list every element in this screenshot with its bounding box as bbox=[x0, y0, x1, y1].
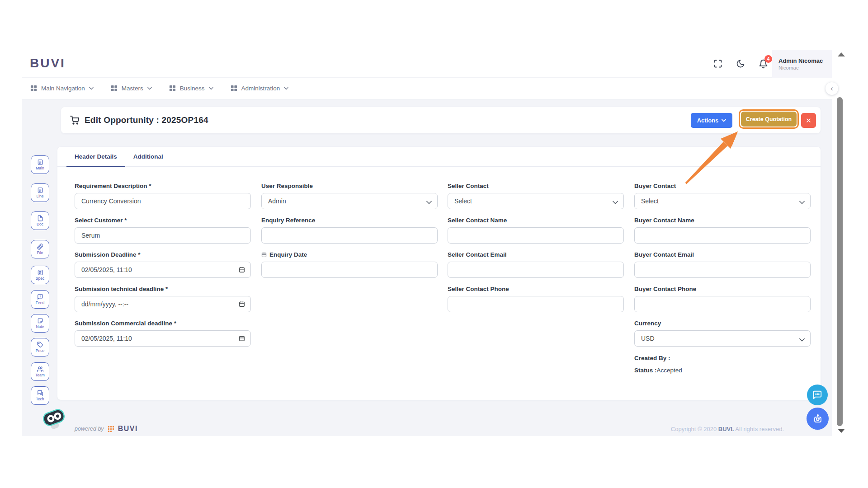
create-quotation-highlight: Create Quotation bbox=[739, 109, 799, 129]
user-org: Nicomac bbox=[778, 65, 832, 70]
cart-icon bbox=[70, 116, 79, 125]
seller-contact-phone-input[interactable] bbox=[448, 296, 624, 312]
requirement-description-input[interactable] bbox=[75, 193, 251, 209]
user-menu[interactable]: Admin Nicomac Nicomac bbox=[772, 50, 832, 78]
nav-item-main-navigation[interactable]: Main Navigation bbox=[30, 85, 94, 92]
form-column-2: User Responsible Admin Enquiry Reference… bbox=[261, 183, 438, 286]
rail-item-main[interactable]: Main bbox=[31, 155, 49, 174]
rail-item-team[interactable]: Team bbox=[31, 362, 49, 381]
currency-select[interactable]: USD bbox=[634, 330, 811, 347]
tabs-row: Header Details Additional bbox=[57, 147, 821, 167]
status-line: Status :Accepted bbox=[634, 367, 811, 374]
copyright: Copyright © 2020 BUVI. All rights reserv… bbox=[671, 426, 784, 432]
field-requirement-description: Requirement Description * bbox=[75, 183, 251, 209]
dark-mode-moon-icon[interactable] bbox=[735, 58, 746, 69]
header-icons: 4 bbox=[712, 50, 769, 78]
buyer-contact-name-input[interactable] bbox=[634, 227, 811, 244]
nav-item-label: Main Navigation bbox=[41, 85, 85, 92]
tab-additional[interactable]: Additional bbox=[125, 147, 171, 167]
chat-double-icon bbox=[37, 390, 43, 396]
rail-item-price[interactable]: Price bbox=[31, 338, 49, 357]
fullscreen-icon[interactable] bbox=[712, 58, 723, 69]
status-value: Accepted bbox=[657, 367, 682, 374]
tab-header-details[interactable]: Header Details bbox=[66, 147, 125, 167]
notifications-bell-icon[interactable]: 4 bbox=[758, 58, 769, 69]
field-submission-technical-deadline: Submission technical deadline * bbox=[75, 286, 251, 312]
nav-item-masters[interactable]: Masters bbox=[111, 85, 152, 92]
page-title: Edit Opportunity : 2025OP164 bbox=[85, 115, 208, 125]
field-enquiry-reference: Enquiry Reference bbox=[261, 217, 438, 244]
field-submission-deadline: Submission Deadline * bbox=[75, 251, 251, 278]
feedback-bubble-icon bbox=[37, 294, 43, 300]
seller-contact-email-input[interactable] bbox=[448, 262, 624, 278]
field-user-responsible: User Responsible Admin bbox=[261, 183, 438, 209]
user-name: Admin Nicomac bbox=[778, 57, 832, 64]
rail-item-doc[interactable]: Doc bbox=[31, 211, 49, 230]
rail-item-tech[interactable]: Tech bbox=[31, 386, 49, 405]
scrollbar-down-arrow[interactable] bbox=[838, 429, 845, 433]
nav-item-label: Administration bbox=[241, 85, 280, 92]
robot-assistant-fab-button[interactable] bbox=[807, 408, 829, 430]
enquiry-date-input[interactable] bbox=[261, 262, 438, 278]
chevron-down-icon bbox=[722, 119, 726, 122]
rail-item-note[interactable]: Note bbox=[31, 314, 49, 333]
field-seller-contact-email: Seller Contact Email bbox=[448, 251, 624, 278]
robot-mascot bbox=[41, 406, 67, 433]
paperclip-icon bbox=[37, 244, 43, 250]
rail-item-feed[interactable]: Feed bbox=[31, 290, 49, 309]
nav-item-label: Masters bbox=[122, 85, 143, 92]
sticky-note-icon bbox=[37, 318, 43, 324]
buyer-contact-phone-input[interactable] bbox=[634, 296, 811, 312]
grid-icon bbox=[111, 85, 118, 92]
form-column-1: Requirement Description * Select Custome… bbox=[75, 183, 251, 354]
rail-item-line[interactable]: Line bbox=[31, 183, 49, 202]
rail-item-file[interactable]: File bbox=[31, 240, 49, 258]
rail-item-spec[interactable]: Spec bbox=[31, 266, 49, 284]
main-nav: Main Navigation Masters Business Adminis… bbox=[22, 78, 832, 99]
robot-icon bbox=[812, 413, 823, 424]
submission-commercial-deadline-input[interactable] bbox=[75, 330, 251, 347]
nav-item-business[interactable]: Business bbox=[169, 85, 213, 92]
scrollbar-thumb[interactable] bbox=[837, 97, 843, 426]
field-buyer-contact-email: Buyer Contact Email bbox=[634, 251, 811, 278]
buvi-logo: BUVI bbox=[30, 56, 66, 70]
chevron-down-icon bbox=[209, 87, 213, 90]
chevron-down-icon bbox=[147, 87, 152, 90]
form-card: Header Details Additional Requirement De… bbox=[57, 147, 821, 400]
select-customer-input[interactable] bbox=[75, 227, 251, 244]
buvi-logo-mark-icon bbox=[108, 426, 114, 432]
submission-technical-deadline-input[interactable] bbox=[75, 296, 251, 312]
chat-fab-button[interactable] bbox=[807, 385, 828, 405]
form-column-4: Buyer Contact Select Buyer Contact Name … bbox=[634, 183, 811, 374]
nav-item-administration[interactable]: Administration bbox=[231, 85, 289, 92]
seller-contact-name-input[interactable] bbox=[448, 227, 624, 244]
powered-by: powered by BUVI bbox=[75, 425, 138, 433]
submission-deadline-input[interactable] bbox=[75, 262, 251, 278]
buyer-contact-select[interactable]: Select bbox=[634, 193, 811, 209]
user-responsible-select[interactable]: Admin bbox=[261, 193, 438, 209]
create-quotation-button[interactable]: Create Quotation bbox=[741, 112, 797, 127]
page-icon bbox=[37, 215, 43, 221]
document-lines-icon bbox=[37, 269, 43, 276]
field-select-customer: Select Customer * bbox=[75, 217, 251, 244]
chevron-down-icon bbox=[89, 87, 94, 90]
app-header: BUVI 4 Admin Nicomac Nicomac bbox=[22, 50, 832, 78]
field-submission-commercial-deadline: Submission Commercial deadline * bbox=[75, 320, 251, 347]
actions-button-label: Actions bbox=[697, 117, 719, 124]
field-seller-contact-name: Seller Contact Name bbox=[448, 217, 624, 244]
scrollbar-up-arrow[interactable] bbox=[838, 52, 845, 56]
nav-collapse-button[interactable]: ‹ bbox=[826, 82, 838, 95]
actions-button[interactable]: Actions bbox=[691, 113, 732, 128]
field-buyer-contact-phone: Buyer Contact Phone bbox=[634, 286, 811, 312]
price-tag-icon bbox=[37, 342, 43, 348]
enquiry-reference-input[interactable] bbox=[261, 227, 438, 244]
document-lines-icon bbox=[37, 159, 43, 165]
buyer-contact-email-input[interactable] bbox=[634, 262, 811, 278]
grid-icon bbox=[30, 85, 37, 92]
calendar-icon bbox=[261, 252, 267, 258]
field-enquiry-date: Enquiry Date bbox=[261, 251, 438, 278]
team-people-icon bbox=[37, 366, 43, 372]
notification-count-badge: 4 bbox=[764, 55, 772, 63]
close-button[interactable]: ✕ bbox=[801, 113, 816, 128]
seller-contact-select[interactable]: Select bbox=[448, 193, 624, 209]
